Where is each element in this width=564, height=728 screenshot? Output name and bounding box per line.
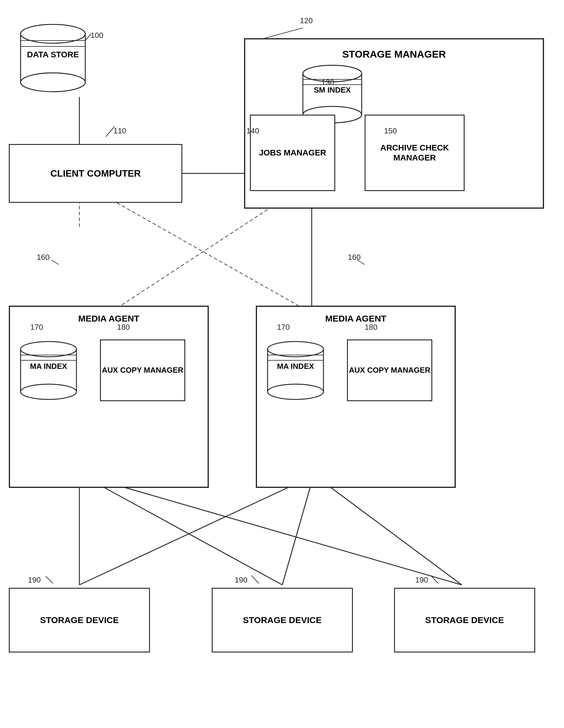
svg-point-47 <box>267 384 324 399</box>
client-computer-box: CLIENT COMPUTER <box>9 144 182 203</box>
svg-line-2 <box>264 28 303 38</box>
sm-index-cylinder: SM INDEX <box>300 59 365 123</box>
ref-180b: 180 <box>365 323 377 332</box>
svg-line-17 <box>79 482 300 585</box>
aux-copy-manager-1-label: AUX COPY MANAGER <box>102 366 183 375</box>
storage-manager-label: STORAGE MANAGER <box>342 48 446 60</box>
media-agent-1-label: MEDIA AGENT <box>78 313 139 324</box>
ref-130: 130 <box>322 78 334 87</box>
ma-index-2-cylinder: MA INDEX <box>264 335 327 403</box>
aux-copy-manager-2-box: AUX COPY MANAGER <box>347 339 432 401</box>
storage-device-3-label: STORAGE DEVICE <box>425 615 504 625</box>
svg-line-22 <box>431 575 438 583</box>
ref-170a: 170 <box>30 323 43 332</box>
jobs-manager-label: JOBS MANAGER <box>259 148 327 158</box>
ref-190a: 190 <box>28 575 41 585</box>
data-store-cylinder: DATA STORE <box>18 18 88 94</box>
ma-index-1-label: MA INDEX <box>18 362 79 371</box>
ma-index-2-label: MA INDEX <box>264 362 327 371</box>
aux-copy-manager-2-label: AUX COPY MANAGER <box>349 366 431 375</box>
ref-160b: 160 <box>348 253 361 262</box>
jobs-manager-box: JOBS MANAGER <box>250 115 335 191</box>
svg-line-15 <box>94 482 282 585</box>
svg-line-12 <box>51 260 59 265</box>
svg-line-9 <box>112 200 309 312</box>
svg-line-20 <box>46 576 53 583</box>
svg-point-37 <box>21 73 85 92</box>
ref-120: 120 <box>300 16 313 25</box>
data-store-label: DATA STORE <box>18 50 88 59</box>
svg-line-10 <box>112 200 282 312</box>
ref-190b: 190 <box>235 575 247 585</box>
svg-point-39 <box>21 342 76 357</box>
svg-line-18 <box>282 482 312 585</box>
ref-100: 100 <box>91 31 103 40</box>
storage-device-2-label: STORAGE DEVICE <box>243 615 322 625</box>
ref-180a: 180 <box>117 323 130 332</box>
archive-check-manager-label: ARCHIVE CHECK MANAGER <box>366 143 464 163</box>
storage-device-3-box: STORAGE DEVICE <box>394 588 535 652</box>
ref-190c: 190 <box>415 575 428 585</box>
svg-point-42 <box>21 384 76 399</box>
storage-device-1-box: STORAGE DEVICE <box>9 588 150 652</box>
ref-140: 140 <box>246 126 259 135</box>
storage-device-2-box: STORAGE DEVICE <box>212 588 353 652</box>
svg-line-21 <box>251 575 259 583</box>
ref-170b: 170 <box>277 323 290 332</box>
aux-copy-manager-1-box: AUX COPY MANAGER <box>100 339 185 401</box>
media-agent-2-label: MEDIA AGENT <box>325 313 386 324</box>
svg-line-16 <box>106 482 462 585</box>
ref-110: 110 <box>113 126 126 135</box>
ref-150: 150 <box>384 126 397 135</box>
storage-device-1-label: STORAGE DEVICE <box>40 615 119 625</box>
archive-check-manager-box: ARCHIVE CHECK MANAGER <box>365 115 465 191</box>
svg-point-44 <box>267 342 324 357</box>
diagram: 120 STORAGE MANAGER SM INDEX 130 <box>0 0 564 728</box>
ref-160a: 160 <box>37 253 49 262</box>
ma-index-1-cylinder: MA INDEX <box>18 335 79 403</box>
svg-line-19 <box>324 482 462 585</box>
